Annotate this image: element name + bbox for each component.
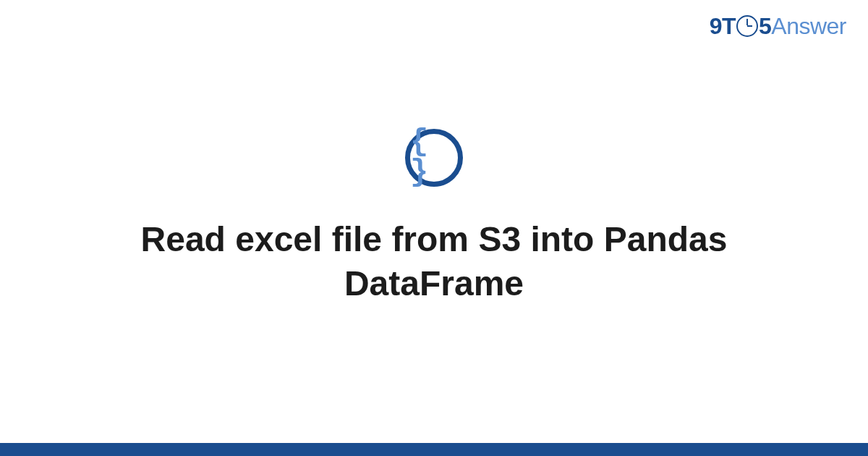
icon-wrapper: { } [405,129,463,187]
footer-accent-bar [0,443,868,456]
main-content: { } Read excel file from S3 into Pandas … [0,0,868,456]
code-braces-icon: { } [405,129,463,187]
page-title: Read excel file from S3 into Pandas Data… [109,217,760,306]
braces-glyph: { } [410,127,458,187]
